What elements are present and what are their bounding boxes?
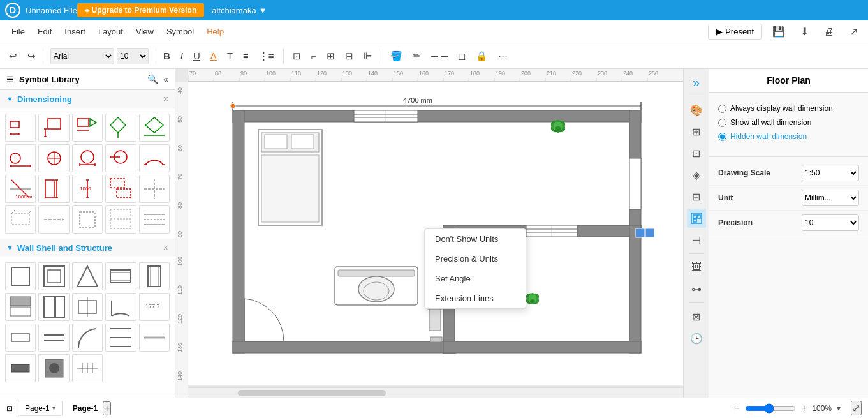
drawing-scale-select[interactable]: 1:50 1:100 1:200 xyxy=(802,165,859,181)
shape-group-button[interactable]: ⊞ xyxy=(323,49,339,64)
hierarchy-button[interactable]: ⊶ xyxy=(687,280,706,299)
menu-file[interactable]: File xyxy=(5,24,31,39)
menu-layout[interactable]: Layout xyxy=(92,24,129,39)
wall-symbol-5[interactable] xyxy=(139,262,170,290)
hscroll-thumb[interactable] xyxy=(238,390,386,396)
menu-view[interactable]: View xyxy=(129,24,160,39)
history-button[interactable]: 🕒 xyxy=(687,329,706,348)
line-color-button[interactable]: ✏ xyxy=(409,49,425,64)
font-select[interactable]: Arial Helvetica Times New Roman xyxy=(50,48,114,64)
dim-symbol-18[interactable] xyxy=(72,205,103,234)
wall-symbol-10[interactable]: 177.7 xyxy=(139,293,170,321)
show-all-option[interactable]: Show all wall dimension xyxy=(718,118,859,127)
dimensioning-section-header[interactable]: ▼ Dimensioning × xyxy=(0,90,175,108)
search-button[interactable]: 🔍 xyxy=(147,74,158,84)
dim-symbol-2[interactable] xyxy=(38,114,69,142)
underline-button[interactable]: U xyxy=(189,49,204,63)
crop-button[interactable]: ⊠ xyxy=(687,307,706,326)
dim-symbol-4[interactable] xyxy=(105,114,136,142)
dim-symbol-3[interactable] xyxy=(72,114,103,142)
more-options-button[interactable]: ⋯ xyxy=(494,49,511,64)
wall-symbol-11[interactable] xyxy=(5,324,36,352)
wall-symbol-9[interactable] xyxy=(105,293,136,321)
align-left-button[interactable]: ≡ xyxy=(239,49,253,63)
align-button[interactable]: ⊣ xyxy=(687,230,706,250)
frame-button[interactable]: ⊟ xyxy=(687,187,706,206)
lock-button[interactable]: 🔒 xyxy=(472,49,492,64)
zoom-out-button[interactable]: − xyxy=(734,403,740,414)
dim-symbol-8[interactable] xyxy=(72,144,103,172)
ctx-precision-units[interactable]: Precision & Units xyxy=(425,249,526,269)
layout-button[interactable]: ⊞ xyxy=(687,122,706,141)
print-icon[interactable]: 🖨 xyxy=(819,24,839,40)
ctx-extension-lines[interactable]: Extension Lines xyxy=(425,288,526,308)
fill-color-button[interactable]: 🪣 xyxy=(386,49,406,64)
wall-symbol-17[interactable] xyxy=(38,354,69,382)
save-icon[interactable]: 💾 xyxy=(767,23,790,40)
ctx-set-angle[interactable]: Set Angle xyxy=(425,269,526,288)
text-box-button[interactable]: ⊡ xyxy=(289,49,305,64)
dim-symbol-10[interactable] xyxy=(139,144,170,172)
font-size-select[interactable]: 10 12 14 16 xyxy=(117,48,149,64)
ctx-dont-show-units[interactable]: Don't Show Units xyxy=(425,229,526,249)
menu-symbol[interactable]: Symbol xyxy=(160,24,200,39)
redo-button[interactable]: ↪ xyxy=(24,49,40,64)
menu-insert[interactable]: Insert xyxy=(58,24,92,39)
canvas-area[interactable]: 70 80 90 100 110 120 130 140 150 xyxy=(175,69,683,398)
dim-symbol-1[interactable] xyxy=(5,114,36,142)
shape-options-button[interactable]: ◻ xyxy=(454,49,469,64)
wall-symbol-8[interactable] xyxy=(72,293,103,321)
download-icon[interactable]: ⬇ xyxy=(795,23,814,40)
wall-close[interactable]: × xyxy=(163,243,168,253)
bold-button[interactable]: B xyxy=(159,49,174,63)
wall-symbol-3[interactable] xyxy=(72,262,103,290)
wall-symbol-6[interactable] xyxy=(5,293,36,321)
font-color-button[interactable]: A xyxy=(207,49,221,63)
always-display-option[interactable]: Always display wall dimension xyxy=(718,104,859,113)
wall-section-header[interactable]: ▼ Wall Shell and Structure × xyxy=(0,239,175,257)
wall-symbol-15[interactable]: ───── xyxy=(139,324,170,352)
undo-button[interactable]: ↩ xyxy=(5,49,21,64)
present-button[interactable]: ▶ Present xyxy=(708,24,762,40)
dim-symbol-13[interactable]: 1000 xyxy=(72,175,103,203)
dim-symbol-19[interactable] xyxy=(105,205,136,234)
image-button[interactable]: 🖼 xyxy=(687,258,706,277)
add-page-button[interactable]: + xyxy=(103,401,111,415)
zoom-slider[interactable] xyxy=(745,403,796,414)
dim-symbol-16[interactable] xyxy=(5,205,36,234)
dim-symbol-12[interactable] xyxy=(38,175,69,203)
menu-help[interactable]: Help xyxy=(200,24,230,39)
shape-merge-button[interactable]: ⊟ xyxy=(341,49,357,64)
dim-symbol-5[interactable] xyxy=(139,114,170,142)
wall-symbol-14[interactable] xyxy=(105,324,136,352)
dim-symbol-14[interactable] xyxy=(105,175,136,203)
wall-symbol-12[interactable] xyxy=(38,324,69,352)
hidden-option[interactable]: Hidden wall dimension xyxy=(718,132,859,141)
horizontal-scrollbar[interactable] xyxy=(188,387,683,398)
dim-symbol-9[interactable] xyxy=(105,144,136,172)
text-format-button[interactable]: T xyxy=(223,49,237,63)
zoom-in-button[interactable]: + xyxy=(801,403,807,414)
upgrade-button[interactable]: Upgrade to Premium Version xyxy=(77,3,204,17)
drawing-canvas[interactable]: 4700 mm xyxy=(188,82,683,385)
shape-cut-button[interactable]: ⌐ xyxy=(307,49,321,63)
expand-panel-button[interactable]: » xyxy=(687,73,706,92)
wall-symbol-2[interactable] xyxy=(38,262,69,290)
wall-symbol-18[interactable] xyxy=(72,354,103,382)
dimensioning-close[interactable]: × xyxy=(163,94,168,104)
grid-button[interactable]: ⊡ xyxy=(687,144,706,163)
zoom-dropdown-arrow[interactable]: ▾ xyxy=(837,404,841,413)
floor-plan-button[interactable] xyxy=(687,209,706,228)
dim-symbol-6[interactable] xyxy=(5,144,36,172)
paint-bucket-button[interactable]: 🎨 xyxy=(687,100,706,119)
collapse-button[interactable]: « xyxy=(163,74,168,84)
wall-symbol-7[interactable] xyxy=(38,293,69,321)
wall-symbol-16[interactable] xyxy=(5,354,36,382)
wall-symbol-1[interactable] xyxy=(5,262,36,290)
italic-button[interactable]: I xyxy=(177,49,187,63)
wall-symbol-13[interactable] xyxy=(72,324,103,352)
layers-button[interactable]: ◈ xyxy=(687,165,706,184)
align-options-button[interactable]: ⋮≡ xyxy=(255,49,278,64)
menu-edit[interactable]: Edit xyxy=(31,24,58,39)
dim-symbol-11[interactable]: 1000mm xyxy=(5,175,36,203)
